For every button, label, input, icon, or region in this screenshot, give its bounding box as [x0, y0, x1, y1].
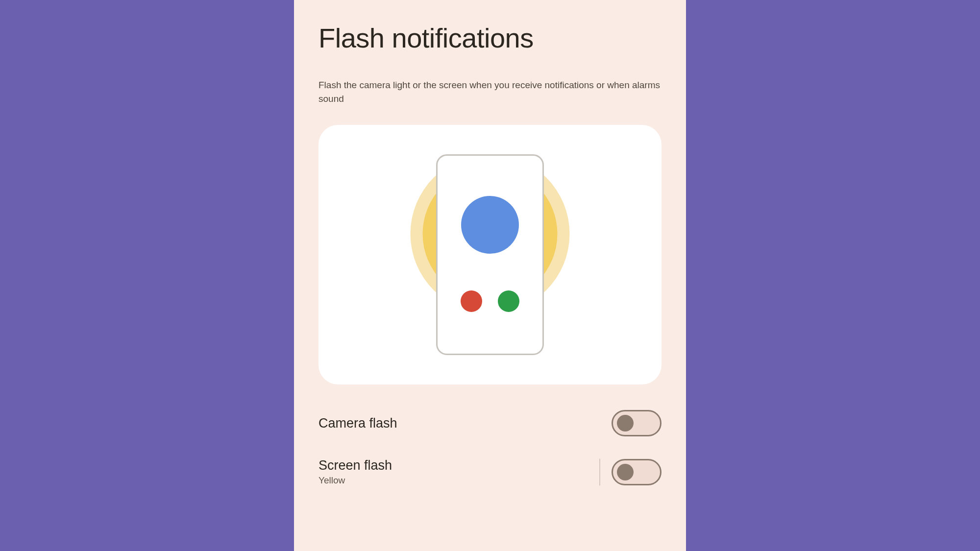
toggle-knob — [617, 415, 634, 431]
setting-divider — [599, 458, 600, 485]
illustration-card — [318, 125, 662, 384]
settings-panel: Flash notifications Flash the camera lig… — [294, 0, 686, 551]
phone-blue-circle-icon — [461, 196, 519, 254]
camera-flash-label: Camera flash — [318, 416, 397, 431]
camera-flash-toggle[interactable] — [612, 410, 662, 436]
camera-flash-text: Camera flash — [318, 416, 397, 431]
phone-green-circle-icon — [498, 290, 519, 312]
page-description: Flash the camera light or the screen whe… — [318, 78, 662, 105]
screen-flash-toggle[interactable] — [612, 459, 662, 485]
phone-red-circle-icon — [461, 290, 482, 312]
screen-flash-row[interactable]: Screen flash Yellow — [318, 447, 662, 497]
page-title: Flash notifications — [318, 22, 662, 54]
toggle-knob — [617, 464, 634, 480]
phone-illustration-icon — [436, 154, 544, 355]
camera-flash-row: Camera flash — [318, 399, 662, 447]
screen-flash-text: Screen flash Yellow — [318, 458, 392, 486]
screen-flash-label: Screen flash — [318, 458, 392, 473]
screen-flash-sublabel: Yellow — [318, 475, 392, 486]
illustration-container — [409, 152, 571, 358]
